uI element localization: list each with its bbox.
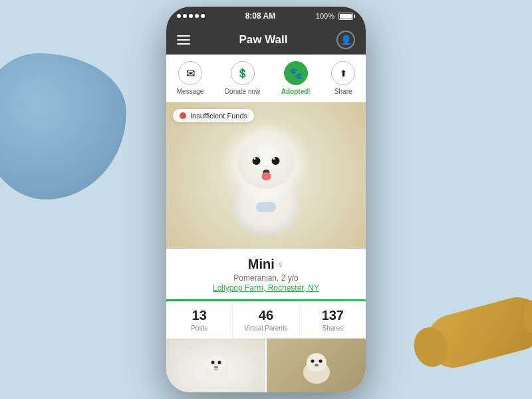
phone-frame: 8:08 AM 100% Paw Wall 👤 ✉ Message: [166, 7, 366, 392]
dog-head: [238, 136, 295, 189]
bg-toy-right: [421, 291, 532, 374]
stat-virtual-parents-value: 46: [233, 308, 299, 323]
svg-point-9: [315, 364, 319, 366]
dog-eye-right: [272, 157, 280, 165]
adopted-button[interactable]: 🐾 Adopted!: [281, 61, 311, 95]
dot-3: [189, 14, 193, 18]
pet-image-bg: [166, 102, 366, 249]
svg-point-8: [319, 360, 322, 363]
gallery-dog-2-svg: [300, 347, 333, 384]
nav-title: Paw Wall: [239, 33, 287, 47]
gallery-thumb-1[interactable]: [166, 338, 267, 392]
stat-posts-value: 13: [166, 308, 232, 323]
adopted-label: Adopted!: [281, 88, 311, 95]
svg-point-7: [311, 360, 314, 363]
message-button[interactable]: ✉ Message: [177, 61, 204, 95]
stat-posts-label: Posts: [166, 325, 232, 332]
gallery-dog-1-svg: [200, 347, 233, 384]
battery-icon: [338, 13, 355, 20]
dog-ribbon: [256, 202, 276, 212]
donate-label: Donate now: [225, 88, 260, 95]
stats-bar: 13 Posts 46 Virtual Parents 137 Shares: [166, 301, 366, 338]
status-time: 8:08 AM: [245, 11, 276, 21]
stat-virtual-parents-label: Virtual Parents: [233, 325, 299, 332]
adopted-icon: 🐾: [284, 61, 308, 85]
pet-name-text: Mini: [248, 257, 275, 272]
status-bar: 8:08 AM 100%: [166, 7, 366, 25]
dot-5: [201, 14, 205, 18]
gallery-thumb-1-inner: [166, 338, 265, 392]
message-label: Message: [177, 88, 204, 95]
battery-label: 100%: [316, 12, 334, 20]
dog-tongue: [261, 172, 271, 180]
dot-2: [183, 14, 187, 18]
gallery-row: [166, 338, 366, 392]
svg-point-3: [217, 361, 221, 364]
nav-bar: Paw Wall 👤: [166, 25, 366, 55]
share-label: Share: [334, 88, 352, 95]
donate-button[interactable]: 💲 Donate now: [225, 61, 260, 95]
dot-1: [177, 14, 181, 18]
hamburger-line-1: [177, 35, 190, 37]
battery-tip: [354, 15, 355, 18]
stat-shares: 137 Shares: [300, 301, 366, 338]
insufficient-funds-badge: Insufficient Funds: [173, 109, 254, 122]
action-bar: ✉ Message 💲 Donate now 🐾 Adopted! ⬆ Shar…: [166, 55, 366, 102]
bg-toy-left: [0, 53, 126, 200]
stat-shares-value: 137: [300, 308, 366, 323]
stat-virtual-parents: 46 Virtual Parents: [233, 301, 299, 338]
share-button[interactable]: ⬆ Share: [331, 61, 355, 95]
hamburger-line-3: [177, 43, 190, 45]
status-right: 100%: [316, 12, 355, 20]
gallery-thumb-2[interactable]: [267, 338, 366, 392]
pet-breed: Pomeranian, 2 y/o: [177, 273, 355, 283]
hamburger-button[interactable]: [177, 35, 190, 45]
signal-dots: [177, 14, 205, 18]
dot-4: [195, 14, 199, 18]
gender-icon: ♀: [277, 259, 285, 270]
pet-location[interactable]: Lollypop Farm, Rochester, NY: [177, 283, 355, 293]
battery-fill: [340, 14, 352, 19]
svg-point-4: [214, 366, 218, 368]
dog-illustration: [219, 129, 313, 235]
pet-image-container: Insufficient Funds: [166, 102, 366, 249]
pet-info: Mini ♀ Pomeranian, 2 y/o Lollypop Farm, …: [166, 249, 366, 299]
insufficient-funds-label: Insufficient Funds: [190, 112, 247, 120]
dog-eye-left: [253, 157, 261, 165]
stat-shares-label: Shares: [300, 325, 366, 332]
share-icon: ⬆: [331, 61, 355, 85]
message-icon: ✉: [178, 61, 202, 85]
svg-point-6: [307, 353, 327, 372]
insufficient-dot: [180, 112, 186, 119]
pet-name: Mini ♀: [177, 257, 355, 272]
hamburger-line-2: [177, 39, 190, 41]
stat-posts: 13 Posts: [166, 301, 233, 338]
battery-body: [338, 13, 353, 20]
notification-icon: 👤: [340, 35, 352, 45]
gallery-thumb-2-inner: [267, 338, 366, 392]
svg-point-2: [211, 361, 214, 364]
notification-button[interactable]: 👤: [336, 31, 355, 49]
donate-icon: 💲: [231, 61, 255, 85]
